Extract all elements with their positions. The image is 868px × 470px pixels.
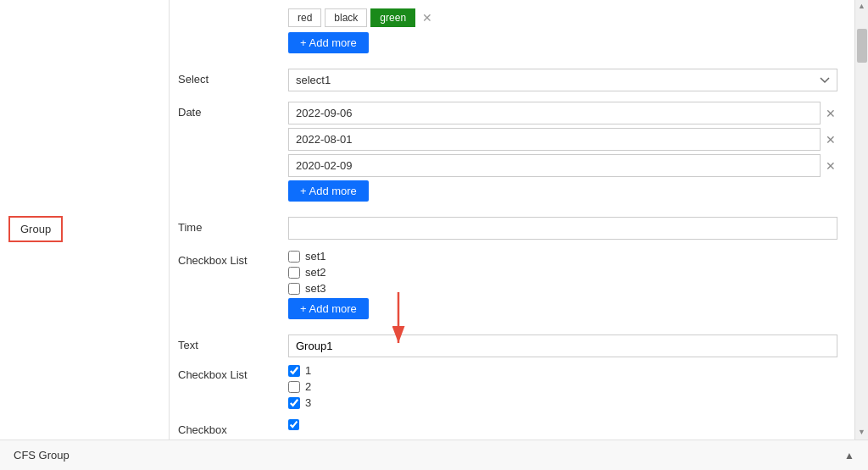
group-checkbox-3-input[interactable] bbox=[288, 397, 300, 409]
group-checkbox-list-controls: 1 2 3 bbox=[288, 364, 837, 412]
tags-add-more-button[interactable]: + Add more bbox=[288, 32, 369, 53]
group-checkbox-single-row: Checkbox bbox=[178, 419, 837, 436]
checkbox-list-item-1: set1 bbox=[288, 250, 837, 263]
checkbox-set3[interactable] bbox=[288, 283, 300, 295]
scrollbar[interactable]: ▲ ▼ bbox=[854, 0, 868, 440]
date-2-remove-icon[interactable]: ✕ bbox=[824, 133, 837, 147]
date-label: Date bbox=[178, 102, 288, 119]
group-checkbox-single-label: Checkbox bbox=[178, 419, 288, 436]
checkbox-list-item-3: set3 bbox=[288, 282, 837, 295]
scroll-up-arrow[interactable]: ▲ bbox=[857, 2, 867, 12]
tags-row: red black green ✕ + Add more bbox=[178, 8, 837, 62]
checkbox-list-controls: set1 set2 set3 + Add more bbox=[288, 250, 837, 324]
group-checkbox-1: 1 bbox=[288, 364, 837, 377]
group-text-controls bbox=[288, 335, 837, 357]
group-checkbox-1-label: 1 bbox=[305, 364, 311, 377]
time-label: Time bbox=[178, 217, 288, 234]
group-checkbox-single-input[interactable] bbox=[288, 419, 299, 430]
group-section: Text Checkbox List 1 bbox=[178, 335, 837, 440]
cfs-collapse-icon[interactable]: ▲ bbox=[844, 450, 854, 462]
date-input-1-wrapper: ✕ bbox=[288, 102, 837, 124]
tag-red[interactable]: red bbox=[288, 8, 321, 27]
group-text-input[interactable] bbox=[288, 335, 837, 357]
group-checkbox-1-input[interactable] bbox=[288, 365, 300, 377]
group-checkbox-single-controls bbox=[288, 419, 837, 433]
select-input[interactable]: select1 select2 select3 bbox=[288, 69, 837, 91]
select-label: Select bbox=[178, 69, 288, 86]
scroll-down-arrow[interactable]: ▼ bbox=[857, 428, 867, 438]
group-text-row: Text bbox=[178, 335, 837, 357]
tag-black[interactable]: black bbox=[325, 8, 367, 27]
date-input-2[interactable] bbox=[288, 128, 821, 151]
checkbox-list-item-2: set2 bbox=[288, 266, 837, 279]
group-checkbox-2: 2 bbox=[288, 380, 837, 393]
date-3-remove-icon[interactable]: ✕ bbox=[824, 159, 837, 173]
tags-label bbox=[178, 8, 288, 13]
group-checkbox-list-label: Checkbox List bbox=[178, 364, 288, 381]
time-row: Time bbox=[178, 217, 837, 243]
checkbox-list-add-more-button[interactable]: + Add more bbox=[288, 298, 369, 319]
group-checkbox-3: 3 bbox=[288, 396, 837, 409]
form-area: red black green ✕ + Add more Select sele… bbox=[170, 0, 854, 440]
tag-green[interactable]: green bbox=[370, 8, 415, 27]
checkbox-list-label: Checkbox List bbox=[178, 250, 288, 267]
cfs-group-label: CFS Group bbox=[14, 449, 70, 462]
group-checkbox-list-row: Checkbox List 1 2 3 bbox=[178, 364, 837, 412]
scrollbar-thumb[interactable] bbox=[857, 29, 867, 63]
tags-close-icon[interactable]: ✕ bbox=[422, 11, 432, 25]
date-input-2-wrapper: ✕ bbox=[288, 128, 837, 151]
date-input-1[interactable] bbox=[288, 102, 821, 124]
group-checkbox-3-label: 3 bbox=[305, 396, 311, 409]
select-controls: select1 select2 select3 bbox=[288, 69, 837, 91]
checkbox-set2[interactable] bbox=[288, 267, 300, 279]
date-1-remove-icon[interactable]: ✕ bbox=[824, 107, 837, 120]
date-input-3-wrapper: ✕ bbox=[288, 154, 837, 177]
tags-controls: red black green ✕ + Add more bbox=[288, 8, 837, 58]
checkbox-set3-label: set3 bbox=[305, 282, 326, 295]
group-sidebar-label: Group bbox=[8, 216, 63, 242]
date-add-more-button[interactable]: + Add more bbox=[288, 180, 369, 202]
group-checkbox-2-input[interactable] bbox=[288, 381, 300, 393]
cfs-footer: CFS Group ▲ bbox=[0, 440, 868, 470]
left-sidebar: Group bbox=[0, 0, 170, 440]
date-controls: ✕ ✕ ✕ + Add more bbox=[288, 102, 837, 207]
checkbox-list-row: Checkbox List set1 set2 set3 + Add more bbox=[178, 250, 837, 328]
tags-list: red black green ✕ bbox=[288, 8, 837, 27]
date-input-3[interactable] bbox=[288, 154, 821, 177]
time-controls bbox=[288, 217, 837, 240]
checkbox-set1[interactable] bbox=[288, 251, 300, 263]
checkbox-set2-label: set2 bbox=[305, 266, 326, 279]
group-checkbox-2-label: 2 bbox=[305, 380, 311, 393]
select-row: Select select1 select2 select3 bbox=[178, 69, 837, 95]
group-text-label: Text bbox=[178, 335, 288, 351]
checkbox-set1-label: set1 bbox=[305, 250, 326, 263]
date-row: Date ✕ ✕ ✕ + Add more bbox=[178, 102, 837, 210]
time-input[interactable] bbox=[288, 217, 837, 240]
